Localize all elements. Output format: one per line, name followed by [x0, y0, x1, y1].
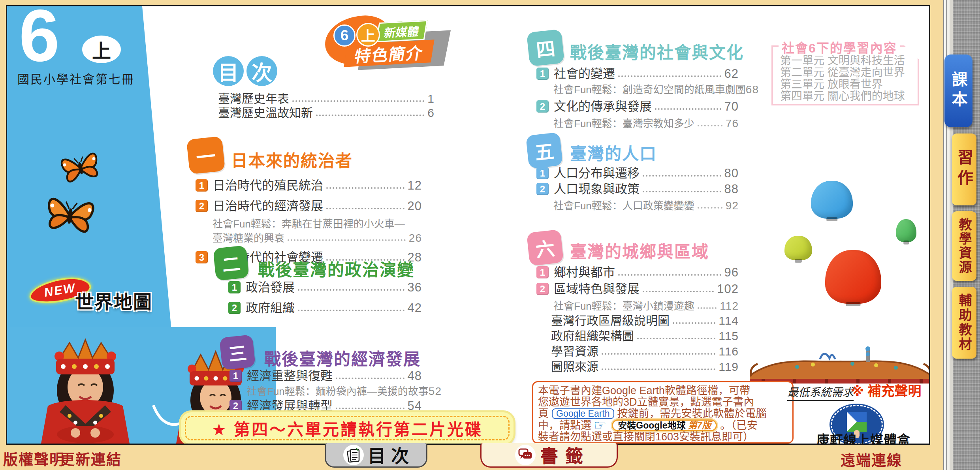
- entry-page: 80: [724, 167, 739, 180]
- entry-label: 日治時代的經濟發展: [213, 199, 323, 213]
- sky-lantern-yellow-green: [784, 236, 812, 260]
- install-version: 第7版: [688, 420, 711, 431]
- supplement-statement-link[interactable]: ※ 補充聲明: [851, 380, 922, 400]
- dot-leader: [637, 338, 715, 339]
- toc-entry[interactable]: 2 文化的傳承與發展 70: [536, 99, 739, 113]
- install-google-earth-button[interactable]: 安裝Google地球 第7版: [612, 419, 717, 431]
- toc-entry[interactable]: 1 經濟重整與復甦 48: [229, 368, 422, 383]
- entry-label: 鄉村與都市: [554, 266, 615, 279]
- entry-number-badge: 1: [196, 179, 208, 192]
- toc-heading-circle: 次: [246, 56, 277, 86]
- badge-grade-circle: 6: [333, 24, 356, 47]
- dot-leader: [643, 291, 714, 292]
- entry-page: 54: [408, 399, 422, 413]
- update-link[interactable]: 更新連結: [60, 448, 122, 470]
- entry-label: 政治發展: [246, 281, 295, 294]
- entry-number-badge: 1: [536, 68, 549, 80]
- toc-entry[interactable]: 2 政府組織 42: [228, 301, 422, 315]
- remote-connection-link[interactable]: 遠端連線: [841, 449, 902, 470]
- dot-leader: [698, 307, 717, 309]
- book-page: 6 上 國民小學社會第七冊 NEW 世界地圖: [6, 5, 930, 445]
- side-tab-supplementary-materials[interactable]: 輔助教材: [952, 287, 976, 359]
- bookmark-tab-label: 書籤: [540, 442, 590, 468]
- entry-page: 115: [719, 329, 739, 343]
- install-label: 安裝Google地球: [618, 420, 685, 431]
- toc-heading-char: 目: [218, 56, 239, 86]
- entry-number-badge: 1: [228, 281, 241, 293]
- chapter-icon: 五: [526, 132, 563, 169]
- dot-leader: [326, 208, 404, 209]
- toc-entry[interactable]: 2 日治時代的經濟發展 20: [196, 199, 422, 213]
- entry-label: 臺灣歷史溫故知新: [218, 106, 313, 120]
- toc-entry[interactable]: 1 社會的變遷 62: [536, 66, 739, 81]
- toc-entry[interactable]: 2 經濟發展與轉型 54: [229, 399, 422, 413]
- entry-label: 人口分布與遷移: [554, 167, 640, 180]
- next-unit: 第二單元 從臺灣走向世界: [780, 67, 905, 79]
- dot-leader: [298, 289, 404, 291]
- dot-leader: [673, 322, 715, 324]
- badge-tag-label: 新媒體: [383, 22, 421, 40]
- badge-title-banner: 特色簡介: [344, 39, 434, 67]
- dot-leader: [602, 353, 715, 355]
- side-tab-label: 輔助教材: [955, 293, 974, 352]
- toc-sub-entry[interactable]: 社會Fun輕鬆：創造奇幻空間的紙風車劇團 68: [553, 83, 739, 95]
- chapter-title: 戰後臺灣的經濟發展: [264, 346, 421, 370]
- dot-leader: [298, 310, 404, 311]
- bookmark-nav-tab[interactable]: 書籤: [480, 443, 618, 468]
- dot-leader: [316, 115, 424, 116]
- chapter-number: 四: [534, 33, 556, 63]
- chapter-title: 臺灣的人口: [570, 140, 657, 164]
- min-system-requirements-link[interactable]: 最低系統需求: [787, 384, 854, 401]
- entry-label: 經濟發展與轉型: [247, 399, 333, 413]
- toc-sub-entry[interactable]: 社會Fun輕鬆：臺灣小鎮漫遊趣 112: [553, 300, 739, 312]
- toc-sub-entry[interactable]: 社會Fun輕鬆：麵粉袋內褲—美援的故事 52: [246, 385, 422, 397]
- toc-sub-entry[interactable]: 社會Fun輕鬆：奔馳在甘蔗田裡的小火車—: [213, 218, 422, 229]
- toc-entry[interactable]: 2 區域特色與發展 102: [536, 282, 739, 296]
- dot-leader: [643, 175, 721, 177]
- toc-entry[interactable]: 學習資源 116: [551, 344, 739, 358]
- toc-sub-entry[interactable]: 臺灣糖業的興衰 26: [213, 232, 422, 244]
- badge-tag: 新媒體: [376, 20, 427, 42]
- side-tab-workbook[interactable]: 習作: [952, 133, 976, 205]
- dot-leader: [336, 378, 404, 379]
- badge-grade: 6: [340, 27, 349, 44]
- toc-entry[interactable]: 1 日治時代的殖民統治 12: [196, 178, 422, 192]
- ge-line: 裝者請勿點選或直接關閉1603安裝訊息即可）: [538, 431, 754, 443]
- entry-number-badge: 3: [196, 251, 208, 263]
- chapter-icon: 六: [527, 229, 564, 266]
- toc-entry[interactable]: 1 政治發展 36: [228, 280, 422, 294]
- toc-entry[interactable]: 臺灣歷史年表 1: [218, 91, 435, 105]
- toc-entry[interactable]: 臺灣行政區層級說明圖 114: [551, 313, 739, 327]
- chapter-number: 一: [194, 140, 217, 171]
- dot-leader: [336, 408, 404, 409]
- chapter-number: 二: [221, 249, 242, 277]
- dot-leader: [288, 239, 406, 241]
- toc-entry[interactable]: 1 鄉村與都市 96: [536, 265, 739, 279]
- toc-entry[interactable]: 1 人口分布與遷移 80: [536, 166, 739, 180]
- toc-sub-entry[interactable]: 社會Fun輕鬆：臺灣宗教知多少 76: [553, 117, 739, 129]
- feature-intro-badge[interactable]: 特色簡介 新媒體 6 上: [322, 13, 449, 71]
- star-icon: ★: [212, 421, 228, 439]
- ge-line: 頁: [538, 408, 549, 419]
- entry-label: 臺灣行政區層級說明圖: [551, 314, 670, 327]
- google-earth-notice: 本電子書內建Google Earth軟體路徑檔，可帶 您遨遊世界各地的3D立體實…: [532, 381, 794, 444]
- entry-label: 社會的變遷: [554, 67, 615, 81]
- entry-page: 6: [427, 106, 435, 120]
- media-box-label[interactable]: 康軒線上媒體盒: [811, 430, 916, 445]
- toc-entry[interactable]: 2 人口現象與政策 88: [536, 182, 739, 196]
- chapter-number: 六: [534, 233, 556, 263]
- side-tab-teaching-resources[interactable]: 教學資源: [952, 211, 976, 281]
- badge-semester-circle: 上: [356, 23, 380, 47]
- toc-nav-tab[interactable]: 目次: [325, 443, 427, 468]
- copyright-link[interactable]: 版權聲明: [3, 448, 65, 470]
- toc-sub-entry[interactable]: 社會Fun輕鬆：人口政策變變變 92: [553, 199, 739, 211]
- toc-entry[interactable]: 圖照來源 119: [551, 359, 739, 374]
- toc-entry[interactable]: 臺灣歷史溫故知新 6: [218, 105, 435, 120]
- entry-number-badge: 2: [228, 302, 241, 314]
- ebook-reader-window: 6 上 國民小學社會第七冊 NEW 世界地圖: [0, 0, 980, 470]
- chapter-icon: 二: [213, 245, 249, 281]
- toc-entry[interactable]: 政府組織架構圖 115: [551, 329, 739, 343]
- entry-number-badge: 1: [229, 370, 242, 382]
- chapter-icon: 三: [219, 335, 256, 370]
- side-tab-textbook[interactable]: 課本: [944, 55, 972, 127]
